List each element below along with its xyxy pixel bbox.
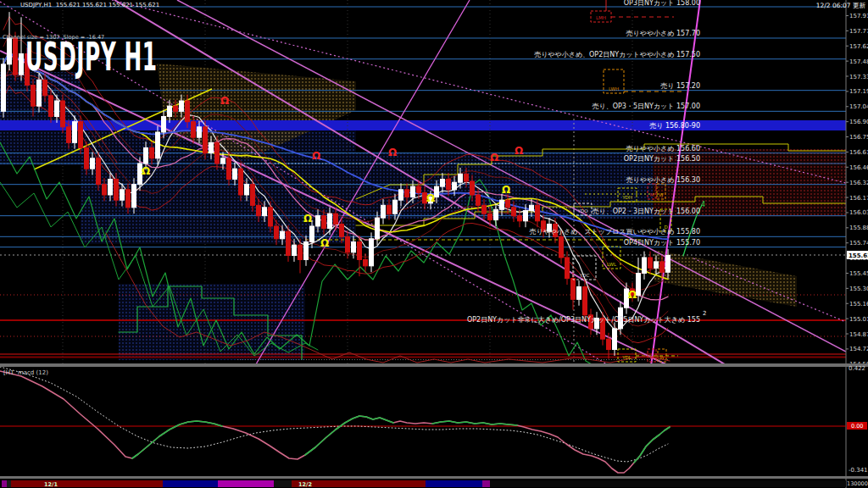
bear-candle — [67, 127, 71, 142]
session-segment — [482, 480, 490, 487]
price-tick-label: 157.190 — [849, 88, 868, 95]
level-label: 売りやや小さめ 156.30 — [626, 176, 700, 184]
bull-candle — [263, 208, 267, 216]
bear-candle — [660, 262, 665, 272]
bear-candle — [227, 158, 231, 180]
pane-separator[interactable] — [0, 363, 868, 367]
level-label: 売りやや小さめ、ストップロス買いやや小さめ 155.80 — [529, 228, 700, 236]
session-segment — [490, 480, 846, 487]
bull-candle — [73, 122, 77, 143]
session-segment — [426, 480, 482, 487]
bear-candle — [358, 241, 362, 259]
bear-candle — [49, 96, 53, 117]
bull-candle — [399, 190, 403, 200]
bull-candle — [162, 116, 166, 131]
count-label: 4 — [701, 201, 705, 208]
bull-candle — [209, 142, 214, 152]
bull-candle — [494, 209, 498, 219]
bull-candle — [435, 186, 439, 197]
price-tick-label: 156.465 — [849, 164, 868, 171]
session-segment — [163, 480, 218, 487]
bull-candle — [310, 226, 314, 241]
omega-icon: Ω — [502, 184, 510, 196]
bear-candle — [192, 122, 196, 137]
bear-candle — [506, 200, 510, 208]
bull-candle — [577, 287, 581, 300]
bottom-separator — [0, 476, 868, 479]
bear-candle — [239, 169, 243, 195]
price-tick-label: 155.450 — [849, 270, 868, 277]
level-label: 売り 157.20 — [660, 82, 700, 90]
bull-candle — [120, 190, 125, 200]
session-date-label: 12/1 — [44, 481, 58, 488]
bull-candle — [221, 158, 225, 164]
bear-candle — [387, 205, 392, 214]
band-label: 売り 156.80-90 — [649, 122, 700, 130]
price-tick-label: 156.755 — [849, 134, 868, 141]
bear-candle — [126, 190, 131, 208]
bull-candle — [2, 64, 6, 111]
bear-candle — [31, 85, 36, 106]
level-label: 売りやや小さめ、OP2日NYカットやや小さめ 157.50 — [534, 51, 700, 58]
price-tick-label: 154.870 — [849, 331, 868, 338]
marker-box-label: LWL — [607, 262, 617, 267]
bull-candle — [132, 185, 136, 208]
bear-candle — [203, 127, 208, 153]
session-segment — [218, 480, 274, 487]
bear-candle — [512, 208, 516, 216]
marker-box-label: W — [659, 192, 664, 197]
macd-min-label: -0.341 — [849, 467, 868, 474]
bear-candle — [269, 208, 273, 226]
level-label: 売りやや小さめ 156.60 — [626, 145, 700, 152]
session-bar: 12/112/2 — [2, 480, 846, 488]
indicator-label: [H1 macd (12) — [3, 369, 48, 376]
price-tick-label: 155.015 — [849, 316, 868, 323]
bear-candle — [482, 205, 487, 214]
marker-box-label: LMH — [596, 15, 606, 20]
bear-candle — [488, 214, 492, 219]
bear-candle — [251, 185, 255, 206]
bear-candle — [405, 190, 409, 197]
level-label: OP2日NYカット 156.50 — [624, 155, 700, 163]
bear-candle — [97, 158, 101, 185]
marker-box-label: M — [650, 355, 654, 360]
marker-box-label: YDL — [621, 355, 632, 360]
bear-candle — [334, 214, 338, 224]
bear-candle — [287, 231, 291, 255]
bear-candle — [648, 258, 653, 268]
macd-max-label: 0.422 — [849, 365, 865, 372]
watermark: USDJPY H1 — [25, 37, 158, 76]
bull-candle — [376, 218, 380, 239]
bull-candle — [524, 210, 528, 220]
current-price-value: 155.621 — [849, 252, 868, 259]
omega-icon: Ω — [515, 145, 523, 157]
price-tick-label: 157.770 — [849, 28, 868, 35]
marker-box-label: YDC — [579, 273, 590, 278]
bull-candle — [381, 205, 386, 218]
level-label: 売り、OP3・5日NYカット 157.00 — [593, 103, 700, 110]
bear-candle — [61, 101, 65, 127]
omega-icon: Ω — [490, 152, 498, 164]
bull-candle — [198, 127, 202, 137]
bull-candle — [233, 169, 237, 179]
bear-candle — [559, 236, 564, 258]
price-tick-label: 155.740 — [849, 240, 868, 247]
bull-candle — [55, 101, 59, 116]
bear-candle — [43, 80, 47, 95]
level-label: 売りやや小さめ 157.70 — [626, 30, 700, 37]
marker-box-label: M — [650, 192, 654, 197]
mt4-chart-window: ΩΩΩΩΩΩΩΩΩΩΩLMHLWHYDHMWYDOYDCLWLDYDLMWOP3… — [0, 0, 868, 488]
bull-candle — [613, 329, 617, 350]
bull-candle — [156, 132, 160, 158]
price-tick-label: 156.175 — [849, 195, 868, 202]
marker-box-label: W — [659, 355, 665, 360]
red-level-label: OP2日NYカット非常に大きめ/OP3日NYカット/OP5日NYカット大きめ 1… — [467, 316, 700, 324]
bull-candle — [37, 80, 42, 106]
omega-icon: Ω — [320, 237, 329, 249]
price-tick-label: 157.045 — [849, 103, 868, 110]
bull-candle — [245, 185, 249, 195]
bear-candle — [607, 339, 611, 349]
bull-candle — [292, 245, 297, 255]
bull-candle — [453, 182, 457, 190]
bull-candle — [411, 186, 415, 197]
